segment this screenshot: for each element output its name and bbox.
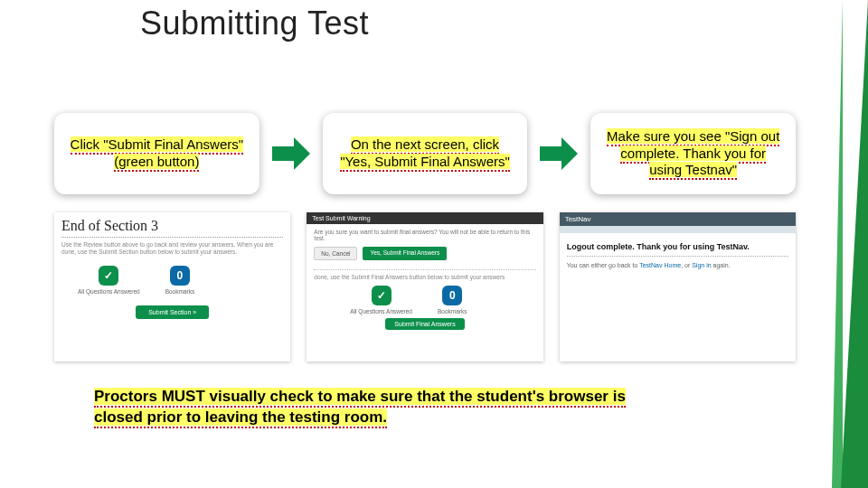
bookmarks-stat: 0 Bookmarks: [438, 286, 467, 314]
step-3: Make sure you see "Sign out complete. Th…: [590, 113, 796, 194]
bookmarks-label: Bookmarks: [438, 308, 467, 314]
shot2-button-row: No, Cancel Yes, Submit Final Answers: [314, 247, 535, 260]
screenshot-1: End of Section 3 Use the Review button a…: [54, 212, 290, 361]
bookmarks-count-badge: 0: [442, 286, 462, 305]
shot2-msg: done, use the Submit Final Answers butto…: [314, 274, 535, 280]
all-questions-stat: ✓ All Questions Answered: [350, 286, 412, 314]
submit-final-button[interactable]: Submit Final Answers: [385, 318, 464, 330]
accent-triangle: [841, 0, 868, 488]
shot3-toolbar: [560, 226, 796, 233]
shot2-heading: Test Submit Warning: [307, 212, 542, 224]
sign-in-link[interactable]: Sign in: [692, 262, 711, 268]
check-icon: ✓: [99, 266, 118, 286]
screenshot-2: Test Submit Warning Are you sure you wan…: [307, 212, 542, 361]
shot2-subtext: Are you sure you want to submit final an…: [314, 229, 535, 241]
shot1-stats: ✓ All Questions Answered 0 Bookmarks: [78, 266, 283, 295]
step-2: On the next screen, click "Yes, Submit F…: [323, 113, 528, 194]
logout-message: Logout complete. Thank you for using Tes…: [567, 240, 788, 257]
submit-section-button[interactable]: Submit Section »: [136, 305, 209, 319]
shot1-heading: End of Section 3: [61, 218, 283, 238]
divider: [314, 269, 535, 270]
bookmarks-stat: 0 Bookmarks: [165, 266, 195, 295]
arrow-icon: [270, 136, 312, 172]
bookmarks-label: Bookmarks: [165, 288, 195, 295]
all-questions-label: All Questions Answered: [350, 308, 412, 314]
all-questions-stat: ✓ All Questions Answered: [78, 266, 140, 295]
shot3-sub-mid: , or: [681, 262, 692, 268]
screenshots-row: End of Section 3 Use the Review button a…: [54, 212, 796, 361]
shot2-stats: ✓ All Questions Answered 0 Bookmarks: [350, 286, 535, 314]
testnav-home-link[interactable]: TestNav Home: [639, 262, 681, 268]
step-1: Click "Submit Final Answers" (green butt…: [54, 113, 259, 194]
shot3-sub-post: again.: [712, 262, 731, 268]
page-title: Submitting Test: [140, 5, 369, 42]
check-icon: ✓: [372, 286, 392, 305]
yes-submit-button[interactable]: Yes, Submit Final Answers: [363, 247, 447, 260]
testnav-brand: TestNav: [560, 212, 796, 226]
bookmarks-count-badge: 0: [170, 266, 190, 286]
shot3-subtext: You can either go back to TestNav Home, …: [567, 262, 788, 268]
proctor-note: Proctors MUST visually check to make sur…: [94, 387, 673, 428]
shot1-subtext: Use the Review button above to go back a…: [61, 241, 283, 257]
all-questions-label: All Questions Answered: [78, 288, 140, 295]
arrow-icon: [538, 136, 580, 172]
shot3-sub-pre: You can either go back to: [567, 262, 640, 268]
step-row: Click "Submit Final Answers" (green butt…: [54, 113, 796, 194]
no-cancel-button[interactable]: No, Cancel: [314, 247, 357, 260]
screenshot-3: TestNav Logout complete. Thank you for u…: [560, 212, 796, 361]
